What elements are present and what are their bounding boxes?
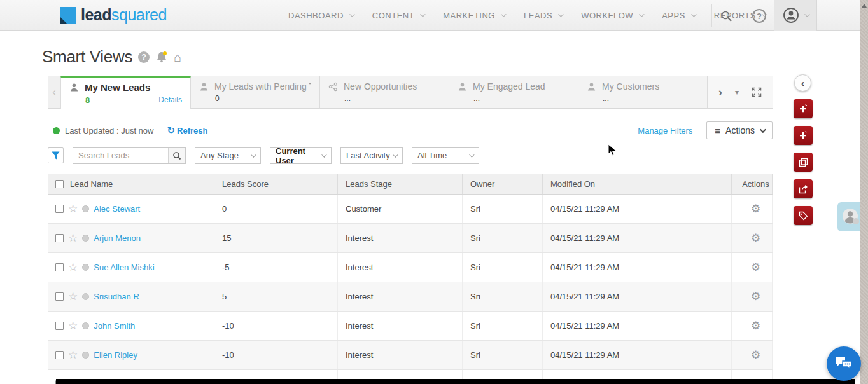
tab-new-opportunities[interactable]: New Opportunities ...: [320, 76, 449, 109]
lead-status-dot-icon: [82, 293, 89, 300]
notification-bell-icon[interactable]: [155, 51, 168, 64]
activity-filter-select[interactable]: Last Activity: [340, 147, 403, 164]
top-navigation-bar: leadsquared DASHBOARD CONTENT MARKETING …: [0, 0, 868, 31]
lead-stage-cell: Interest: [338, 224, 463, 252]
star-icon[interactable]: ☆: [68, 262, 78, 273]
star-icon[interactable]: ☆: [68, 203, 78, 214]
tab-my-engaged-lead[interactable]: My Engaged Lead ...: [449, 76, 578, 109]
tab-my-new-leads[interactable]: My New Leads 8 Details: [60, 76, 191, 109]
modified-on-cell: 04/15/21 11:29 AM: [543, 224, 732, 252]
hamburger-icon: ≡: [715, 125, 720, 136]
person-icon: [69, 83, 79, 92]
home-icon[interactable]: ⌂: [174, 51, 181, 64]
tab-details-link[interactable]: Details: [158, 95, 182, 105]
modified-on-cell: 04/15/21 11:29 AM: [543, 312, 732, 340]
lead-name-link[interactable]: Ellen Ripley: [94, 350, 137, 360]
row-actions-gear-icon[interactable]: ⚙: [751, 203, 760, 214]
manage-filters-link[interactable]: Manage Filters: [638, 126, 692, 135]
lead-name-link[interactable]: Arjun Menon: [94, 233, 141, 243]
refresh-button[interactable]: ↻ Refresh: [167, 125, 207, 136]
row-checkbox[interactable]: [55, 292, 64, 301]
search-submit-button[interactable]: [168, 148, 185, 163]
mouse-cursor: [608, 144, 617, 156]
fullscreen-icon[interactable]: [752, 87, 762, 97]
tab-count: ...: [473, 94, 480, 103]
copy-button[interactable]: [794, 153, 813, 172]
page-scrollbar[interactable]: [860, 0, 868, 384]
help-badge-icon[interactable]: ?: [138, 51, 150, 63]
chevron-down-icon: [558, 11, 563, 17]
lead-stage-cell: Interest: [338, 253, 463, 282]
lead-name-link[interactable]: Alec Stewart: [94, 204, 140, 214]
add-new-activity-button[interactable]: [794, 126, 813, 145]
row-checkbox[interactable]: [55, 322, 64, 330]
tabs-dropdown-button[interactable]: ▾: [735, 88, 739, 97]
star-icon[interactable]: ☆: [68, 350, 78, 360]
chat-widget-button[interactable]: [827, 346, 861, 381]
lead-name-link[interactable]: John Smith: [94, 321, 135, 331]
row-checkbox[interactable]: [55, 234, 64, 242]
tab-my-leads-with-pending-tasks[interactable]: My Leads with Pending T... 0: [191, 76, 320, 109]
star-icon[interactable]: ☆: [68, 291, 78, 302]
user-menu[interactable]: [774, 0, 817, 31]
nav-content[interactable]: CONTENT: [363, 0, 433, 31]
modified-on-cell: 04/15/21 11:29 AM: [543, 282, 732, 311]
nav-dashboard[interactable]: DASHBOARD: [279, 0, 363, 31]
add-new-lead-button[interactable]: [794, 99, 813, 118]
tag-button[interactable]: [794, 206, 813, 225]
tabs-scroll-right-button[interactable]: ›: [718, 86, 722, 99]
tabs-scroll-left-button[interactable]: ‹: [48, 76, 60, 109]
advanced-filter-button[interactable]: [48, 147, 64, 163]
search-icon[interactable]: [718, 8, 734, 24]
nav-marketing[interactable]: MARKETING: [433, 0, 514, 31]
tab-count: 0: [215, 94, 220, 103]
stage-filter-select[interactable]: Any Stage: [195, 147, 261, 164]
export-button[interactable]: [794, 179, 813, 198]
row-actions-gear-icon[interactable]: ⚙: [751, 320, 760, 331]
nav-apps[interactable]: APPS: [652, 0, 704, 31]
owner-filter-select[interactable]: Current User: [270, 147, 332, 164]
column-header-leads-score: Leads Score: [214, 174, 338, 194]
add-lead-icon: [798, 104, 808, 114]
lead-score-cell: 15: [214, 224, 338, 252]
row-checkbox[interactable]: [55, 351, 64, 359]
logo-text-lead: lead: [81, 6, 111, 24]
help-icon[interactable]: ?: [751, 8, 767, 24]
copy-pages-icon: [799, 158, 808, 167]
leadsquared-logo[interactable]: leadsquared: [60, 6, 167, 24]
divider: [160, 125, 160, 135]
star-icon[interactable]: ☆: [68, 233, 78, 243]
nav-leads[interactable]: LEADS: [514, 0, 571, 31]
scrollbar-up-arrow-icon[interactable]: [862, 4, 867, 8]
nav-workflow[interactable]: WORKFLOW: [571, 0, 652, 31]
lead-name-link[interactable]: Sue Allen Mishki: [94, 263, 154, 272]
column-header-modified-on: Modified On: [543, 174, 732, 194]
time-filter-select[interactable]: All Time: [412, 147, 479, 164]
row-actions-gear-icon[interactable]: ⚙: [751, 350, 760, 360]
table-row: ☆ Sue Allen Mishki -5 Interest Sri 04/15…: [48, 253, 773, 282]
lead-name-link[interactable]: Srisudhan R: [94, 292, 139, 301]
status-bar: Last Updated : Just now ↻ Refresh Manage…: [48, 121, 773, 140]
tab-my-customers[interactable]: My Customers ...: [578, 76, 708, 109]
select-all-checkbox[interactable]: [55, 180, 64, 188]
row-checkbox[interactable]: [55, 205, 64, 213]
chat-bubbles-icon: [835, 355, 853, 372]
table-row: ☆ Alec Stewart 0 Customer Sri 04/15/21 1…: [48, 195, 773, 224]
actions-button[interactable]: ≡ Actions: [706, 121, 773, 139]
tab-label: New Opportunities: [344, 81, 417, 92]
collapse-rail-button[interactable]: ‹: [794, 74, 811, 92]
tab-label: My Leads with Pending T...: [214, 81, 311, 92]
row-actions-gear-icon[interactable]: ⚙: [751, 291, 760, 302]
row-checkbox[interactable]: [55, 263, 64, 271]
person-icon: [458, 82, 467, 92]
star-icon[interactable]: ☆: [68, 320, 78, 331]
lead-status-dot-icon: [82, 205, 89, 212]
chevron-down-icon: [251, 152, 256, 157]
row-actions-gear-icon[interactable]: ⚙: [751, 233, 760, 243]
bottom-black-bar: [56, 379, 855, 384]
leads-table: Lead Name Leads Score Leads Stage Owner …: [48, 174, 773, 384]
user-avatar-icon: [783, 7, 799, 24]
table-row: ☆ John Smith -10 Interest Sri 04/15/21 1…: [48, 312, 773, 341]
row-actions-gear-icon[interactable]: ⚙: [751, 262, 760, 273]
search-leads-input[interactable]: [73, 148, 168, 163]
